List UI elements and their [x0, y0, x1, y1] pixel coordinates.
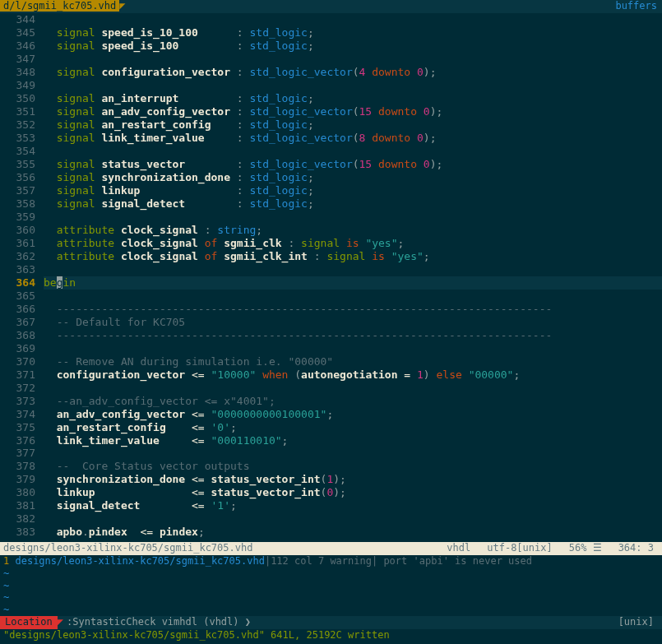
empty-line-tilde: ~	[0, 568, 662, 580]
status-path: designs/leon3-xilinx-kc705/sgmii_kc705.v…	[0, 542, 438, 555]
code-line[interactable]: signal synchronization_done : std_logic;	[44, 171, 662, 184]
code-line[interactable]: -- Core Status vector outputs	[44, 460, 662, 473]
code-area[interactable]: signal speed_is_10_100 : std_logic; sign…	[44, 13, 662, 542]
code-line[interactable]: signal speed_is_100 : std_logic;	[44, 39, 662, 53]
code-line[interactable]: apbo.pindex <= pindex;	[44, 526, 662, 539]
command-line[interactable]: "designs/leon3-xilinx-kc705/sgmii_kc705.…	[0, 629, 662, 642]
code-line[interactable]	[44, 79, 662, 92]
line-number-gutter: 3443453463473483493503513523533543553563…	[0, 13, 44, 542]
code-line[interactable]: -- Remove AN during simulation i.e. "000…	[44, 355, 662, 368]
code-line[interactable]: signal configuration_vector : std_logic_…	[44, 66, 662, 79]
status-line: designs/leon3-xilinx-kc705/sgmii_kc705.v…	[0, 542, 662, 555]
empty-line-tilde: ~	[0, 591, 662, 604]
loc-command: :SyntasticCheck vimhdl (vhdl) ❯	[63, 616, 618, 629]
code-line[interactable]: signal an_interrupt : std_logic;	[44, 92, 662, 105]
editor[interactable]: 3443453463473483493503513523533543553563…	[0, 13, 662, 542]
code-line[interactable]: signal speed_is_10_100 : std_logic;	[44, 26, 662, 39]
code-line[interactable]: signal linkup : std_logic;	[44, 184, 662, 197]
code-line[interactable]: ----------------------------------------…	[44, 303, 662, 316]
code-line[interactable]	[44, 447, 662, 460]
code-line[interactable]	[44, 512, 662, 526]
code-line[interactable]	[44, 13, 662, 26]
loc-label: Location	[0, 616, 58, 629]
loc-path: designs/leon3-xilinx-kc705/sgmii_kc705.v…	[15, 555, 264, 567]
code-line[interactable]	[44, 263, 662, 276]
code-line[interactable]	[44, 211, 662, 224]
status-filetype: vhdl	[438, 542, 479, 555]
code-line[interactable]	[44, 290, 662, 303]
code-line[interactable]: ----------------------------------------…	[44, 329, 662, 342]
code-line[interactable]: attribute clock_signal of sgmii_clk_int …	[44, 250, 662, 263]
code-line[interactable]	[44, 342, 662, 355]
code-line[interactable]: -- Default for KC705	[44, 316, 662, 329]
loc-unix: [unix]	[618, 616, 662, 629]
code-line[interactable]: begin	[44, 276, 662, 290]
code-line[interactable]: attribute clock_signal : string;	[44, 224, 662, 237]
buffers-label[interactable]: buffers	[615, 0, 662, 13]
tab-bar: d/l/sgmii_kc705.vhd◤ buffers	[0, 0, 662, 13]
empty-line-tilde: ~	[0, 580, 662, 592]
code-line[interactable]: synchronization_done <= status_vector_in…	[44, 473, 662, 486]
code-line[interactable]	[44, 53, 662, 66]
code-line[interactable]: signal an_adv_config_vector : std_logic_…	[44, 105, 662, 118]
code-line[interactable]: link_timer_value <= "000110010";	[44, 434, 662, 447]
code-line[interactable]: attribute clock_signal of sgmii_clk : si…	[44, 237, 662, 250]
status-percent: 56% ☰	[561, 542, 610, 555]
code-line[interactable]: an_restart_config <= '0';	[44, 421, 662, 434]
location-list[interactable]: 1 designs/leon3-xilinx-kc705/sgmii_kc705…	[0, 555, 662, 616]
status-position: 364: 3	[610, 542, 662, 555]
location-item[interactable]: 1 designs/leon3-xilinx-kc705/sgmii_kc705…	[0, 555, 662, 568]
code-line[interactable]: linkup <= status_vector_int(0);	[44, 486, 662, 499]
loc-number: 1	[3, 555, 9, 567]
code-line[interactable]: signal status_vector : std_logic_vector(…	[44, 158, 662, 171]
code-line[interactable]: signal_detect <= '1';	[44, 499, 662, 512]
code-line[interactable]: --an_adv_config_vector <= x"4001";	[44, 395, 662, 408]
code-line[interactable]: an_adv_config_vector <= "000000000010000…	[44, 408, 662, 421]
code-line[interactable]: signal an_restart_config : std_logic;	[44, 118, 662, 132]
code-line[interactable]	[44, 145, 662, 158]
code-line[interactable]: signal link_timer_value : std_logic_vect…	[44, 132, 662, 145]
loc-info: |112 col 7 warning| port 'apbi' is never…	[265, 555, 532, 567]
empty-line-tilde: ~	[0, 604, 662, 616]
code-line[interactable]: signal signal_detect : std_logic;	[44, 197, 662, 211]
code-line[interactable]	[44, 382, 662, 395]
tab-active[interactable]: d/l/sgmii_kc705.vhd◤	[0, 0, 126, 13]
code-line[interactable]: configuration_vector <= "10000" when (au…	[44, 368, 662, 382]
status-encoding: utf-8[unix]	[479, 542, 560, 555]
location-status-line: Location◤ :SyntasticCheck vimhdl (vhdl) …	[0, 616, 662, 629]
